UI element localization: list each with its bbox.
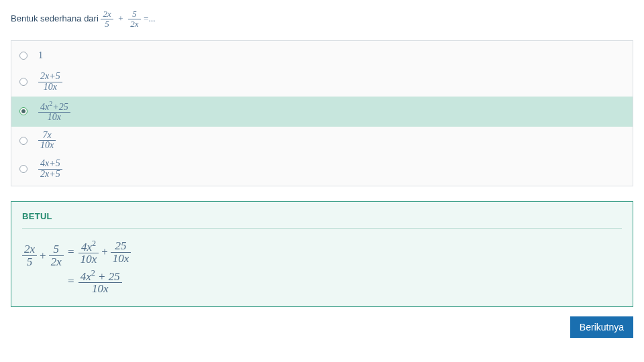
question-frac-1: 2x 5 (101, 9, 113, 28)
step1-frac-1: 4x2 10x (78, 239, 99, 265)
equation-step-1: = 4x2 10x + 25 10x (64, 238, 131, 266)
question-frac-2: 5 2x (128, 9, 140, 28)
option-2[interactable]: 2x+5 10x (11, 68, 633, 96)
feedback-title: BETUL (22, 211, 622, 221)
option-label: 2x+5 10x (38, 72, 62, 92)
step1-frac-2: 25 10x (111, 240, 131, 265)
radio-icon (19, 165, 28, 173)
option-frac: 4x+5 2x+5 (38, 159, 62, 179)
question-prefix: Bentuk sederhana dari (11, 13, 101, 23)
equals-sign: = (64, 275, 78, 288)
option-label: 1 (38, 50, 43, 61)
equation-step-2: = 4x2 + 25 10x (64, 267, 131, 296)
option-label: 4x+5 2x+5 (38, 159, 62, 179)
radio-icon-checked (19, 107, 28, 115)
equation-rhs: = 4x2 10x + 25 10x = 4x2 + 25 (64, 238, 131, 297)
option-label: 7x 10x (38, 131, 56, 151)
option-4[interactable]: 7x 10x (11, 127, 633, 155)
option-label: 4x2+25 10x (38, 101, 70, 123)
plus-sign: + (115, 13, 125, 23)
solution-equation: 2x 5 + 5 2x = 4x2 10x + 25 (22, 238, 622, 297)
option-frac: 7x 10x (38, 131, 56, 151)
question-suffix: =... (143, 13, 156, 23)
plus-sign: + (99, 245, 111, 259)
question-text: Bentuk sederhana dari 2x 5 + 5 2x =... (11, 9, 633, 28)
lhs-frac-1: 2x 5 (22, 243, 37, 268)
option-1[interactable]: 1 (11, 44, 633, 68)
equals-sign: = (64, 245, 78, 259)
radio-icon (19, 52, 28, 60)
options-container: 1 2x+5 10x 4x2+25 10x 7x 10x (11, 40, 633, 186)
step2-frac: 4x2 + 25 10x (78, 269, 122, 295)
feedback-panel: BETUL 2x 5 + 5 2x = 4x2 10x (11, 201, 633, 307)
radio-icon (19, 78, 28, 86)
equation-lhs: 2x 5 + 5 2x (22, 238, 64, 268)
radio-icon (19, 137, 28, 145)
divider (22, 228, 622, 229)
option-frac: 4x2+25 10x (38, 101, 70, 123)
option-3[interactable]: 4x2+25 10x (11, 97, 633, 127)
option-frac: 2x+5 10x (38, 72, 62, 92)
plus-sign: + (37, 249, 49, 263)
lhs-frac-2: 5 2x (49, 243, 64, 268)
option-5[interactable]: 4x+5 2x+5 (11, 155, 633, 183)
next-button[interactable]: Berikutnya (570, 316, 633, 338)
